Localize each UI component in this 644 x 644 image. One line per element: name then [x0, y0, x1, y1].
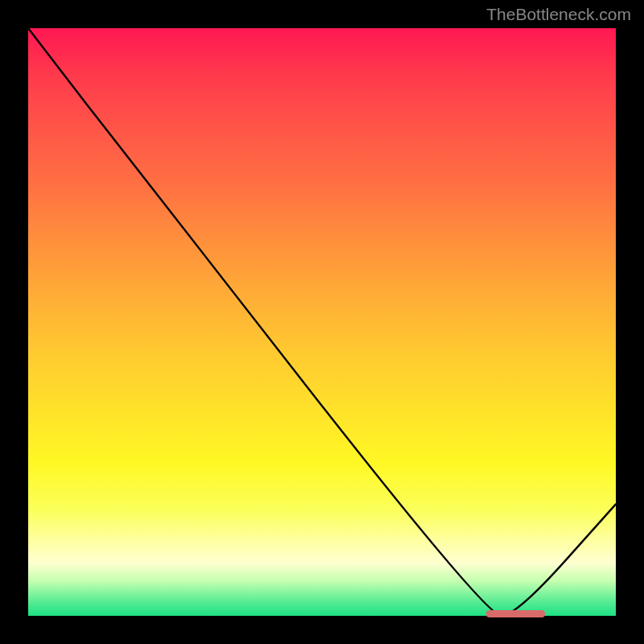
optimal-range-marker [486, 610, 545, 617]
chart-plot-area [28, 28, 616, 616]
watermark-text: TheBottleneck.com [486, 5, 631, 24]
bottleneck-curve [28, 28, 616, 616]
curve-path [28, 28, 616, 616]
